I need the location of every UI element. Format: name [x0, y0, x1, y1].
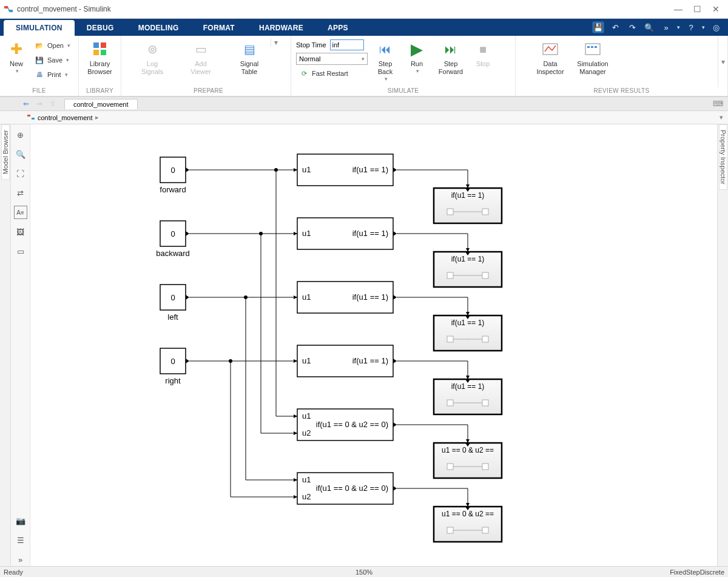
- model-canvas[interactable]: 0forward0backward0left0rightu1if(u1 == 1…: [30, 124, 717, 566]
- svg-rect-52: [447, 464, 453, 470]
- review-more-button[interactable]: ▾: [718, 36, 727, 87]
- svg-text:if(u1 == 1): if(u1 == 1): [352, 165, 388, 174]
- tab-simulation[interactable]: SIMULATION: [4, 20, 75, 36]
- folder-icon: 📂: [34, 40, 45, 51]
- expand-icon[interactable]: »: [14, 553, 27, 566]
- left-dock: Model Browser: [0, 124, 11, 566]
- statusbar: Ready 150% FixedStepDiscrete: [0, 566, 728, 577]
- svg-text:u1 == 0 & u2 ==: u1 == 0 & u2 ==: [442, 510, 494, 518]
- stop-button[interactable]: ■Stop: [471, 38, 495, 68]
- svg-rect-48: [447, 400, 453, 406]
- svg-rect-3: [101, 42, 106, 48]
- tab-apps[interactable]: APPS: [315, 20, 360, 36]
- zoom-icon[interactable]: 🔍: [14, 147, 27, 161]
- target-icon[interactable]: ◎: [710, 21, 722, 33]
- prepare-more-button[interactable]: ▾: [271, 38, 280, 47]
- save-icon: 💾: [34, 55, 45, 66]
- sim-manager-icon: [584, 41, 601, 58]
- breadcrumb: control_movement ▸ ▾: [0, 111, 728, 124]
- svg-rect-41: [482, 272, 488, 278]
- open-button[interactable]: 📂Open▾: [32, 38, 73, 53]
- svg-text:u1: u1: [302, 411, 311, 420]
- simulation-manager-button[interactable]: Simulation Manager: [571, 38, 614, 76]
- svg-rect-36: [447, 209, 453, 215]
- signal-table-button[interactable]: ▤Signal Table: [232, 38, 267, 76]
- tab-format[interactable]: FORMAT: [191, 20, 247, 36]
- hide-browser-icon[interactable]: ⊕: [14, 128, 27, 141]
- toolstrip-tabs: SIMULATION DEBUG MODELING FORMAT HARDWAR…: [0, 19, 728, 36]
- fit-icon[interactable]: ⛶: [14, 167, 27, 180]
- svg-text:if(u1 == 0 & u2 == 0): if(u1 == 0 & u2 == 0): [316, 484, 388, 493]
- fast-restart-icon: ⟳: [298, 68, 309, 79]
- svg-rect-10: [595, 46, 597, 48]
- svg-rect-53: [482, 464, 488, 470]
- viewer-icon: ▭: [192, 41, 209, 58]
- svg-rect-4: [93, 50, 99, 55]
- status-zoom[interactable]: 150%: [356, 569, 372, 576]
- save-button[interactable]: 💾Save▾: [32, 53, 73, 67]
- step-back-button[interactable]: ⏮Step Back▾: [371, 38, 399, 82]
- nav-back-icon[interactable]: ⇐: [19, 97, 33, 110]
- keyboard-icon[interactable]: ⌨: [713, 100, 728, 108]
- document-tab[interactable]: control_movement: [64, 99, 138, 109]
- annotations-icon[interactable]: A≡: [14, 206, 27, 219]
- svg-rect-11: [27, 115, 30, 116]
- svg-rect-9: [591, 46, 593, 48]
- model-browser-tab[interactable]: Model Browser: [1, 124, 10, 180]
- quick-save-icon[interactable]: 💾: [592, 21, 604, 33]
- svg-rect-2: [93, 42, 99, 48]
- svg-text:if(u1 == 1): if(u1 == 1): [451, 319, 485, 327]
- redo-icon[interactable]: ↷: [626, 21, 638, 33]
- help-icon[interactable]: ?: [685, 21, 697, 33]
- step-forward-button[interactable]: ⏭Step Forward: [434, 38, 467, 76]
- tab-modeling[interactable]: MODELING: [126, 20, 191, 36]
- tab-hardware[interactable]: HARDWARE: [247, 20, 315, 36]
- svg-text:if(u1 == 1): if(u1 == 1): [451, 255, 485, 263]
- screenshot-icon[interactable]: 📷: [14, 514, 27, 527]
- maximize-button[interactable]: ☐: [693, 4, 701, 14]
- close-button[interactable]: ✕: [712, 4, 720, 14]
- search-icon[interactable]: 🔍: [643, 21, 655, 33]
- image-icon[interactable]: 🖼: [14, 225, 27, 238]
- simulink-icon: [4, 4, 13, 14]
- explorer-icon[interactable]: ☰: [14, 533, 27, 547]
- svg-text:0: 0: [170, 293, 175, 302]
- undo-icon[interactable]: ↶: [609, 21, 621, 33]
- area-icon[interactable]: ▭: [14, 245, 27, 258]
- property-inspector-tab[interactable]: Property Inspector: [719, 124, 727, 190]
- data-inspector-button[interactable]: Data Inspector: [533, 38, 568, 76]
- simulation-mode-dropdown[interactable]: Normal▾: [296, 53, 368, 65]
- svg-text:u1: u1: [302, 475, 311, 484]
- print-button[interactable]: 🖶Print▾: [32, 67, 73, 82]
- svg-text:if(u1 == 0 & u2 == 0): if(u1 == 0 & u2 == 0): [316, 420, 388, 429]
- sample-time-icon[interactable]: ⇄: [14, 186, 27, 200]
- nav-up-icon[interactable]: ⇧: [46, 97, 59, 110]
- svg-rect-1: [9, 10, 13, 12]
- more-icon[interactable]: »: [660, 21, 672, 33]
- new-button[interactable]: ✚ New ▾: [5, 38, 28, 74]
- minimize-button[interactable]: —: [674, 4, 682, 14]
- wifi-icon: ⊚: [144, 41, 161, 58]
- svg-rect-40: [447, 272, 453, 278]
- fast-restart-button[interactable]: ⟳Fast Restart: [296, 66, 368, 81]
- model-icon: [27, 113, 35, 122]
- titlebar: control_movement - Simulink — ☐ ✕: [0, 0, 728, 19]
- nav-forward-icon[interactable]: ⇒: [33, 97, 46, 110]
- svg-rect-44: [447, 336, 453, 342]
- svg-rect-57: [482, 527, 488, 533]
- tab-debug[interactable]: DEBUG: [75, 20, 126, 36]
- svg-text:u2: u2: [302, 492, 311, 501]
- breadcrumb-root[interactable]: control_movement: [38, 114, 93, 121]
- play-icon: ▶: [408, 41, 425, 58]
- run-button[interactable]: ▶Run▾: [403, 38, 431, 74]
- breadcrumb-dropdown-icon[interactable]: ▾: [720, 113, 728, 121]
- new-icon: ✚: [8, 41, 25, 58]
- svg-text:u1: u1: [302, 229, 311, 238]
- status-solver[interactable]: FixedStepDiscrete: [670, 569, 724, 576]
- svg-text:if(u1 == 1): if(u1 == 1): [451, 382, 485, 391]
- log-signals-button[interactable]: ⊚Log Signals: [135, 38, 170, 76]
- stop-time-input[interactable]: [330, 39, 364, 50]
- add-viewer-button[interactable]: ▭Add Viewer: [183, 38, 218, 76]
- library-browser-button[interactable]: Library Browser: [84, 38, 116, 76]
- work-area: Model Browser ⊕ 🔍 ⛶ ⇄ A≡ 🖼 ▭ 📷 ☰ »: [0, 124, 728, 566]
